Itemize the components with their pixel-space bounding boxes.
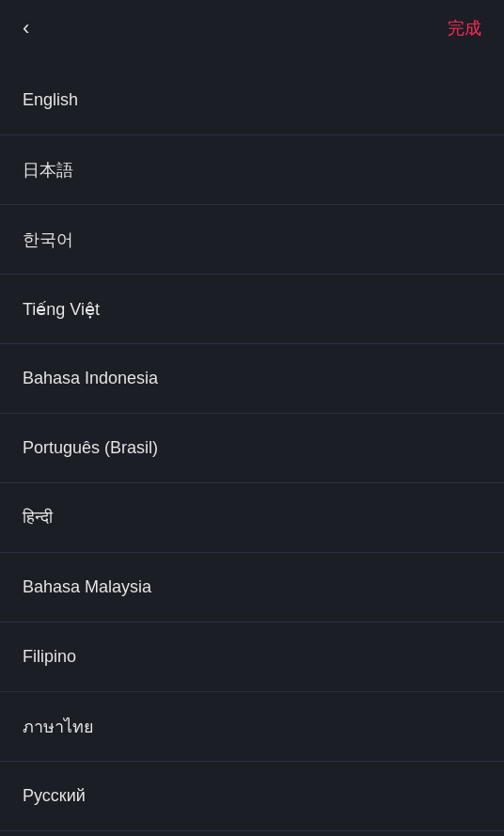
language-item-bahasa-indonesia[interactable]: Bahasa Indonesia xyxy=(0,344,504,414)
language-label-bahasa-malaysia: Bahasa Malaysia xyxy=(23,577,151,597)
done-button[interactable]: 完成 xyxy=(440,9,489,47)
language-item-japanese[interactable]: 日本語 xyxy=(0,135,504,205)
language-label-russian: Русский xyxy=(23,786,86,806)
language-label-filipino: Filipino xyxy=(23,647,76,667)
language-item-portuguese-brazil[interactable]: Português (Brasil) xyxy=(0,414,504,483)
header: ‹ 完成 xyxy=(0,0,504,56)
language-label-japanese: 日本語 xyxy=(23,159,73,181)
language-list: English日本語한국어Tiếng ViệtBahasa IndonesiaP… xyxy=(0,66,504,831)
language-label-hindi: हिन्दी xyxy=(23,508,53,528)
back-button[interactable]: ‹ xyxy=(15,8,37,48)
language-label-portuguese-brazil: Português (Brasil) xyxy=(23,438,158,458)
language-item-korean[interactable]: 한국어 xyxy=(0,205,504,275)
language-item-vietnamese[interactable]: Tiếng Việt xyxy=(0,275,504,344)
language-item-thai[interactable]: ภาษาไทย xyxy=(0,692,504,762)
language-item-bahasa-malaysia[interactable]: Bahasa Malaysia xyxy=(0,553,504,623)
language-label-vietnamese: Tiếng Việt xyxy=(23,299,100,320)
language-label-bahasa-indonesia: Bahasa Indonesia xyxy=(23,369,158,388)
language-item-filipino[interactable]: Filipino xyxy=(0,623,504,692)
language-item-hindi[interactable]: हिन्दी xyxy=(0,483,504,553)
language-item-russian[interactable]: Русский xyxy=(0,762,504,831)
language-item-english[interactable]: English xyxy=(0,66,504,135)
language-label-thai: ภาษาไทย xyxy=(23,713,94,740)
language-label-english: English xyxy=(23,90,78,110)
language-label-korean: 한국어 xyxy=(23,229,73,251)
